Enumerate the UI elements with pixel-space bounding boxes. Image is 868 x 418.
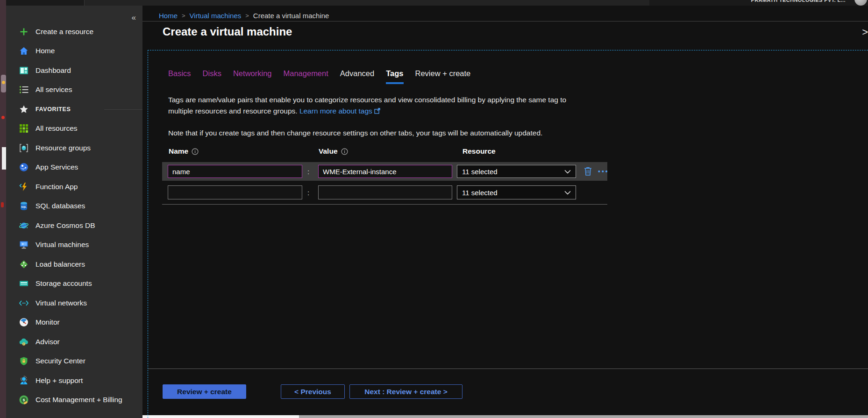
delete-tag-icon[interactable] bbox=[584, 166, 592, 177]
dashboard-icon bbox=[19, 65, 29, 76]
sidebar-item-monitor[interactable]: Monitor bbox=[6, 313, 142, 333]
tag-name-input-empty[interactable] bbox=[168, 185, 302, 199]
table-bottom-border bbox=[162, 204, 607, 205]
next-button[interactable]: Next : Review + create > bbox=[349, 384, 462, 399]
sidebar-item-all-services[interactable]: All services bbox=[6, 80, 142, 100]
panel-expand-icon[interactable]: > bbox=[862, 26, 868, 38]
tag-name-input[interactable] bbox=[168, 165, 302, 178]
lightning-icon bbox=[19, 182, 29, 192]
previous-button[interactable]: < Previous bbox=[281, 384, 345, 399]
tenant-name: PRAMATH TECHNOLOGIES PVT. L... bbox=[751, 0, 846, 3]
breadcrumb-virtual-machines[interactable]: Virtual machines bbox=[190, 12, 242, 20]
plus-icon bbox=[19, 27, 29, 37]
sidebar-collapse-icon[interactable]: « bbox=[132, 13, 136, 22]
column-header-resource: Resource bbox=[462, 147, 496, 156]
sidebar-item-azure-cosmos-db[interactable]: Azure Cosmos DB bbox=[6, 216, 142, 235]
column-header-name: Name bbox=[169, 147, 199, 156]
scrollbar-thumb[interactable] bbox=[142, 415, 299, 418]
sidebar-item-sql-databases[interactable]: SQL SQL databases bbox=[6, 197, 142, 216]
azure-portal-window: PRAMATH TECHNOLOGIES PVT. L... « Create … bbox=[0, 0, 868, 418]
tab-review-create[interactable]: Review + create bbox=[415, 69, 471, 84]
horizontal-scrollbar[interactable] bbox=[142, 415, 868, 418]
tab-disks[interactable]: Disks bbox=[203, 69, 221, 84]
breadcrumb-separator: > bbox=[182, 12, 185, 19]
svg-text:SQL: SQL bbox=[21, 205, 27, 208]
diamond-icon bbox=[19, 259, 29, 269]
star-icon bbox=[19, 104, 29, 114]
tags-description: Tags are name/value pairs that enable yo… bbox=[168, 94, 566, 117]
desktop-dock-edge bbox=[0, 0, 6, 418]
sidebar-item-load-balancers[interactable]: Load balancers bbox=[6, 255, 142, 274]
grid-icon bbox=[19, 123, 29, 134]
globe-icon bbox=[19, 162, 29, 172]
sidebar-item-app-services[interactable]: App Services bbox=[6, 158, 142, 177]
breadcrumb-home[interactable]: Home bbox=[159, 12, 178, 20]
tag-value-input[interactable] bbox=[318, 165, 452, 178]
avatar[interactable] bbox=[854, 0, 867, 6]
sidebar-item-virtual-networks[interactable]: Virtual networks bbox=[6, 293, 142, 313]
sidebar-favorites-header: FAVORITES bbox=[6, 99, 142, 119]
review-create-button[interactable]: Review + create bbox=[163, 384, 246, 399]
cloud-icon bbox=[19, 337, 29, 347]
person-icon bbox=[19, 375, 29, 386]
home-icon bbox=[19, 46, 29, 56]
sidebar-nav: Create a resource Home Dashboard bbox=[6, 22, 142, 410]
shield-icon bbox=[19, 356, 29, 366]
cube-brackets-icon bbox=[19, 143, 29, 153]
gauge-icon bbox=[19, 317, 29, 327]
tab-advanced[interactable]: Advanced bbox=[340, 69, 374, 84]
more-options-icon[interactable]: ••• bbox=[598, 162, 609, 181]
info-icon[interactable] bbox=[192, 148, 199, 155]
header-divider bbox=[142, 21, 868, 21]
tab-management[interactable]: Management bbox=[284, 69, 328, 84]
chevron-down-icon bbox=[564, 170, 571, 174]
breadcrumb-current: Create a virtual machine bbox=[253, 12, 329, 20]
tag-row-2: : 11 selected bbox=[162, 183, 607, 202]
tag-row-1: : 11 selected ••• bbox=[162, 162, 607, 181]
footer-divider bbox=[148, 368, 868, 369]
tab-basics[interactable]: Basics bbox=[168, 69, 191, 84]
tab-networking[interactable]: Networking bbox=[233, 69, 272, 84]
donut-icon: $ bbox=[19, 395, 29, 405]
chevron-down-icon bbox=[564, 191, 571, 195]
breadcrumb-separator: > bbox=[245, 12, 249, 19]
resource-dropdown[interactable]: 11 selected bbox=[457, 165, 576, 178]
info-icon[interactable] bbox=[341, 148, 348, 155]
tags-note: Note that if you create tags and then ch… bbox=[168, 129, 542, 137]
page-title: Create a virtual machine bbox=[163, 25, 292, 38]
sidebar-item-create-a-resource[interactable]: Create a resource bbox=[6, 22, 142, 42]
main-content: Home > Virtual machines > Create a virtu… bbox=[142, 6, 868, 418]
tag-value-input-empty[interactable] bbox=[318, 185, 452, 199]
sidebar-item-security-center[interactable]: Security Center bbox=[6, 352, 142, 371]
sidebar-item-advisor[interactable]: Advisor bbox=[6, 332, 142, 352]
sidebar-item-function-app[interactable]: Function App bbox=[6, 177, 142, 197]
list-icon bbox=[19, 85, 29, 95]
sidebar-item-virtual-machines[interactable]: Virtual machines bbox=[6, 235, 142, 255]
portal-top-bar: PRAMATH TECHNOLOGIES PVT. L... bbox=[6, 0, 868, 6]
external-link-icon bbox=[374, 108, 380, 114]
sidebar-item-help-support[interactable]: Help + support bbox=[6, 371, 142, 390]
network-icon bbox=[19, 298, 29, 308]
sidebar: « Create a resource Home Dashboard bbox=[6, 6, 142, 418]
sidebar-item-home[interactable]: Home bbox=[6, 42, 142, 61]
dock-dot-red-2 bbox=[1, 202, 4, 207]
storage-icon bbox=[19, 278, 29, 289]
breadcrumb: Home > Virtual machines > Create a virtu… bbox=[159, 12, 329, 20]
sidebar-item-resource-groups[interactable]: Resource groups bbox=[6, 138, 142, 158]
sidebar-item-storage-accounts[interactable]: Storage accounts bbox=[6, 274, 142, 294]
learn-more-link[interactable]: Learn more about tags bbox=[299, 107, 372, 115]
sidebar-item-dashboard[interactable]: Dashboard bbox=[6, 61, 142, 80]
sidebar-item-cost-management[interactable]: $ Cost Management + Billing bbox=[6, 390, 142, 410]
dock-window-edge bbox=[2, 147, 6, 170]
column-header-value: Value bbox=[319, 147, 348, 156]
database-icon: SQL bbox=[19, 201, 29, 211]
resource-dropdown[interactable]: 11 selected bbox=[457, 185, 576, 199]
tab-bar: Basics Disks Networking Management Advan… bbox=[168, 69, 470, 84]
top-search-bar-edge bbox=[84, 0, 649, 6]
tab-tags[interactable]: Tags bbox=[386, 69, 403, 84]
colon-separator: : bbox=[307, 162, 309, 181]
colon-separator: : bbox=[307, 183, 309, 202]
planet-icon bbox=[19, 220, 29, 231]
sidebar-item-all-resources[interactable]: All resources bbox=[6, 119, 142, 139]
dock-dot-yellow bbox=[2, 81, 5, 84]
